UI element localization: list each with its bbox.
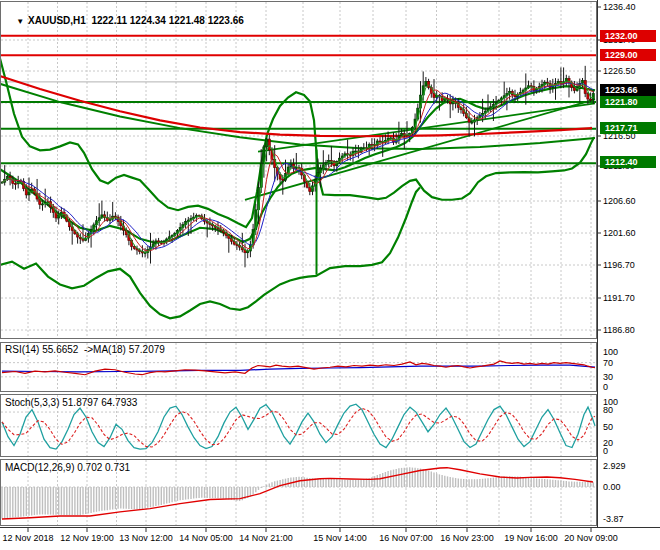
- chart-dropdown-icon[interactable]: ▼: [16, 17, 24, 26]
- price-badge-red: 1232.00: [600, 30, 656, 42]
- price-badge-red: 1229.00: [600, 49, 656, 61]
- stoch-tick-label: 80: [603, 406, 613, 415]
- stoch-tick-label: 0: [603, 447, 608, 456]
- rsi-tick-label: 70: [603, 359, 613, 368]
- price-tick-label: 1226.50: [603, 67, 636, 76]
- chart-ohlc-values: 1222.11 1224.34 1221.48 1223.66: [91, 15, 243, 26]
- time-axis-label: 15 Nov 14:00: [313, 533, 367, 543]
- price-tick-label: 1201.60: [603, 229, 636, 238]
- price-badge-green: 1212.40: [600, 156, 656, 168]
- price-tick-label: 1196.70: [603, 261, 635, 270]
- rsi-pane-title: RSI(14) 55.6652 ->MA(18) 57.2079: [5, 344, 165, 355]
- time-axis-label: 14 Nov 05:00: [179, 533, 233, 543]
- price-badge-black: 1223.66: [600, 84, 656, 96]
- time-axis-label: 12 Nov 2018: [2, 533, 53, 543]
- price-badge-green: 1217.71: [600, 122, 656, 134]
- chart-title: ▼XAUUSD,H1 1222.11 1224.34 1221.48 1223.…: [5, 4, 244, 37]
- time-axis-label: 16 Nov 07:00: [379, 533, 433, 543]
- price-tick-label: 1186.80: [603, 326, 635, 335]
- trading-terminal-chart: ▼XAUUSD,H1 1222.11 1224.34 1221.48 1223.…: [0, 0, 660, 550]
- macd-tick-label: 2.929: [603, 462, 626, 471]
- price-tick-label: 1206.60: [603, 197, 636, 206]
- time-axis-label: 14 Nov 21:00: [239, 533, 293, 543]
- macd-tick-label: -3.87: [603, 515, 624, 524]
- macd-tick-label: 0.00: [603, 483, 621, 492]
- stoch-tick-label: 50: [603, 423, 613, 432]
- time-axis-label: 16 Nov 23:00: [440, 533, 494, 543]
- price-tick-label: 1236.40: [603, 3, 636, 12]
- price-tick-label: 1191.70: [603, 294, 635, 303]
- rsi-tick-label: 100: [603, 348, 618, 357]
- chart-symbol-label: XAUUSD,H1: [28, 15, 86, 26]
- time-axis-label: 19 Nov 16:00: [504, 533, 558, 543]
- rsi-tick-label: 0: [603, 383, 608, 392]
- price-badge-green: 1221.80: [600, 96, 656, 108]
- time-axis-label: 12 Nov 19:00: [60, 533, 114, 543]
- stoch-pane-title: Stoch(5,3,3) 51.8797 64.7933: [5, 397, 137, 408]
- rsi-tick-label: 30: [603, 373, 613, 382]
- macd-pane-title: MACD(12,26,9) 0.702 0.731: [5, 462, 130, 473]
- time-axis-label: 13 Nov 12:00: [119, 533, 173, 543]
- time-axis-label: 20 Nov 09:00: [564, 533, 618, 543]
